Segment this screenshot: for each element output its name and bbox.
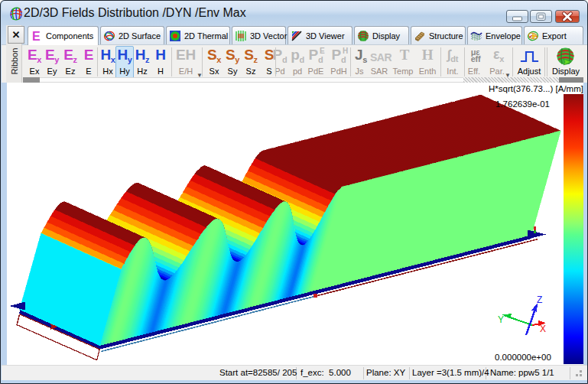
svg-text:Z: Z: [537, 295, 542, 305]
svg-text:E: E: [32, 30, 41, 42]
svg-text:X: X: [540, 324, 546, 334]
svg-text:Y: Y: [498, 314, 504, 325]
